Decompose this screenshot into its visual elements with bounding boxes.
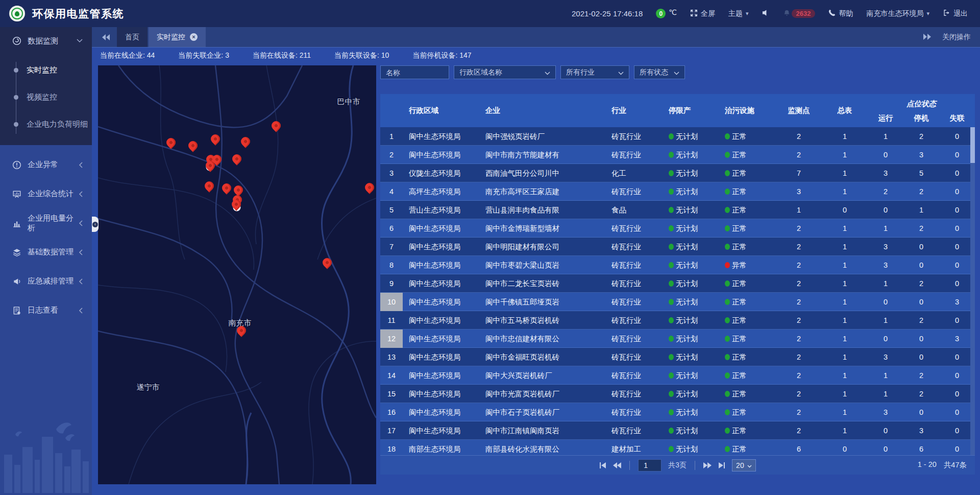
- cell-company: 阆中强锐页岩砖厂: [479, 132, 605, 142]
- cell-facility-status: 正常: [719, 224, 776, 233]
- table-row[interactable]: 13 阆中生态环境局 阆中市金福旺页岩机砖 砖瓦行业 无计划 正常 2 1 3 …: [380, 348, 975, 366]
- table-row[interactable]: 10 阆中生态环境局 阆中千佛镇五郎垭页岩 砖瓦行业 无计划 正常 2 1 0 …: [380, 293, 975, 311]
- tabs-scroll-right-button[interactable]: [923, 33, 931, 41]
- sidebar-item[interactable]: 企业异常: [0, 150, 92, 179]
- column-header: 监测点: [776, 94, 822, 127]
- cell-running: 3: [868, 408, 903, 416]
- status-dot-icon: [669, 170, 674, 176]
- sidebar-item-label: 数据监测: [28, 36, 77, 46]
- close-operations-button[interactable]: 关闭操作: [942, 33, 971, 42]
- table-row[interactable]: 12 阆中生态环境局 阆中市忠信建材有限公 砖瓦行业 无计划 正常 2 1 0 …: [380, 329, 975, 348]
- sidebar-subitem[interactable]: 企业电力负荷明细: [0, 111, 92, 138]
- cell-points: 2: [776, 371, 822, 380]
- cell-region: 阆中生态环境局: [403, 224, 479, 233]
- table-scrollbar[interactable]: [970, 127, 975, 455]
- tab[interactable]: 实时监控×: [149, 27, 206, 47]
- fullscreen-icon: [690, 9, 698, 18]
- cell-company: 阆中千佛镇五郎垭页岩: [479, 297, 605, 307]
- fullscreen-button[interactable]: 全屏: [690, 9, 715, 18]
- status-dot-icon: [725, 299, 730, 305]
- cell-region: 南部生态环境局: [403, 444, 479, 454]
- cell-offline: 0: [939, 169, 975, 177]
- table-row[interactable]: 2 阆中生态环境局 阆中市南方节能建材有 砖瓦行业 无计划 正常 2 1 0 3…: [380, 146, 975, 164]
- table-row[interactable]: 8 阆中生态环境局 阆中市枣碧大梁山页岩 砖瓦行业 无计划 异常 2 1 3 0…: [380, 256, 975, 274]
- cell-running: 1: [868, 279, 903, 288]
- sidebar-item[interactable]: 基础数据管理: [0, 238, 92, 267]
- sidebar-subitem-label: 视频监控: [27, 92, 57, 102]
- status-dot-icon: [725, 409, 730, 415]
- table-row[interactable]: 7 阆中生态环境局 阆中明阳建材有限公司 砖瓦行业 无计划 正常 2 1 3 0…: [380, 238, 975, 256]
- stat-value: 3: [225, 51, 229, 59]
- row-number: 6: [380, 219, 403, 238]
- status-filter-select[interactable]: 所有状态: [634, 65, 685, 79]
- chevron-down-icon: ▾: [926, 10, 929, 17]
- table-row[interactable]: 16 阆中生态环境局 阆中市石子页岩机砖厂 砖瓦行业 无计划 正常 2 1 3 …: [380, 403, 975, 421]
- cell-stopped: 2: [903, 279, 939, 288]
- user-org-label: 南充市生态环境局: [866, 9, 923, 18]
- table-row[interactable]: 9 阆中生态环境局 阆中市二龙长宝页岩砖 砖瓦行业 无计划 正常 2 1 1 2…: [380, 274, 975, 293]
- table-row[interactable]: 3 仪陇生态环境局 西南油气田分公司川中 化工 无计划 正常 7 1 3 5 0: [380, 164, 975, 182]
- industry-filter-select[interactable]: 所有行业: [560, 65, 629, 79]
- name-filter-input[interactable]: [380, 65, 449, 79]
- sidebar-item[interactable]: 应急减排管理: [0, 267, 92, 296]
- cell-stopped: 0: [903, 298, 939, 306]
- row-number: 14: [380, 366, 403, 385]
- table-row[interactable]: 11 阆中生态环境局 阆中市五马桥页岩机砖 砖瓦行业 无计划 正常 2 1 1 …: [380, 311, 975, 329]
- sidebar-subitem[interactable]: 实时监控: [0, 57, 92, 84]
- cell-points: 2: [776, 427, 822, 435]
- theme-dropdown[interactable]: 主题 ▾: [728, 9, 749, 18]
- cell-points: 2: [776, 353, 822, 361]
- row-number: 17: [380, 421, 403, 440]
- map-panel[interactable]: 巴中市南充市遂宁市: [98, 65, 376, 484]
- cell-region: 仪陇生态环境局: [403, 169, 479, 178]
- table-row[interactable]: 4 高坪生态环境局 南充市高坪区王家店建 砖瓦行业 无计划 正常 3 1 2 2…: [380, 182, 975, 201]
- sidebar-item[interactable]: 数据监测: [0, 27, 92, 55]
- cell-offline: 3: [939, 335, 975, 343]
- table-row[interactable]: 14 阆中生态环境局 阆中大兴页岩机砖厂 砖瓦行业 无计划 正常 2 1 1 2…: [380, 366, 975, 385]
- cell-facility-status: 异常: [719, 261, 776, 270]
- column-header: 企业: [479, 94, 605, 127]
- table-row[interactable]: 1 阆中生态环境局 阆中强锐页岩砖厂 砖瓦行业 无计划 正常 2 1 1 2 0: [380, 127, 975, 146]
- cell-running: 3: [868, 169, 903, 177]
- sidebar-collapse-handle[interactable]: ‹: [92, 217, 99, 232]
- table-row[interactable]: 15 阆中生态环境局 阆中市光富页岩机砖厂 砖瓦行业 无计划 正常 2 1 1 …: [380, 385, 975, 403]
- sidebar-item[interactable]: 日志查看: [0, 296, 92, 325]
- tab-close-icon[interactable]: ×: [190, 33, 198, 41]
- first-page-button[interactable]: [599, 462, 606, 468]
- table-row[interactable]: 5 营山生态环境局 营山县润丰肉食品有限 食品 无计划 正常 1 0 0 1 0: [380, 201, 975, 219]
- main-area: 首页实时监控× 关闭操作 当前在线企业: 44当前失联企业: 3当前在线设备: …: [92, 27, 980, 495]
- notifications-button[interactable]: 2632: [783, 9, 816, 18]
- sidebar-submenu: 实时监控 视频监控 企业电力负荷明细: [0, 55, 92, 145]
- tab[interactable]: 首页: [117, 27, 148, 47]
- mute-button[interactable]: [762, 9, 770, 18]
- sidebar-item[interactable]: 企业综合统计: [0, 179, 92, 208]
- last-page-button[interactable]: [718, 462, 725, 468]
- logout-button[interactable]: 退出: [943, 9, 968, 18]
- cell-region: 阆中生态环境局: [403, 150, 479, 160]
- table-row[interactable]: 18 南部生态环境局 南部县砖化水泥有限公 建材加工 无计划 正常 6 0 0 …: [380, 440, 975, 455]
- user-menu[interactable]: 南充市生态环境局 ▾: [866, 9, 929, 18]
- cell-industry: 砖瓦行业: [605, 224, 663, 233]
- prev-page-button[interactable]: [613, 462, 621, 468]
- status-dot-icon: [725, 280, 730, 287]
- next-page-button[interactable]: [703, 462, 712, 468]
- cell-industry: 化工: [605, 169, 663, 178]
- sidebar-item[interactable]: 企业用电量分析: [0, 208, 92, 238]
- status-dot-icon: [725, 336, 730, 342]
- cell-facility-status: 正常: [719, 169, 776, 178]
- page-number-input[interactable]: [638, 459, 662, 472]
- stat-value: 147: [459, 51, 471, 59]
- table-row[interactable]: 6 阆中生态环境局 阆中市金博瑞新型墙材 砖瓦行业 无计划 正常 2 1 1 2…: [380, 219, 975, 238]
- tabs-scroll-left-button[interactable]: [98, 34, 114, 40]
- help-button[interactable]: 帮助: [828, 9, 853, 18]
- scrollbar-thumb[interactable]: [970, 127, 975, 163]
- cell-industry: 砖瓦行业: [605, 242, 663, 252]
- region-filter-select[interactable]: 行政区域名称: [454, 65, 556, 79]
- page-size-select[interactable]: 20: [732, 459, 756, 472]
- cell-facility-status: 正常: [719, 426, 776, 436]
- sidebar-subitem[interactable]: 视频监控: [0, 84, 92, 111]
- row-number: 8: [380, 256, 403, 274]
- cell-meters: 1: [822, 224, 868, 232]
- status-dot-icon: [669, 409, 674, 415]
- table-row[interactable]: 17 阆中生态环境局 阆中市江南镇阆南页岩 砖瓦行业 无计划 正常 2 1 0 …: [380, 421, 975, 440]
